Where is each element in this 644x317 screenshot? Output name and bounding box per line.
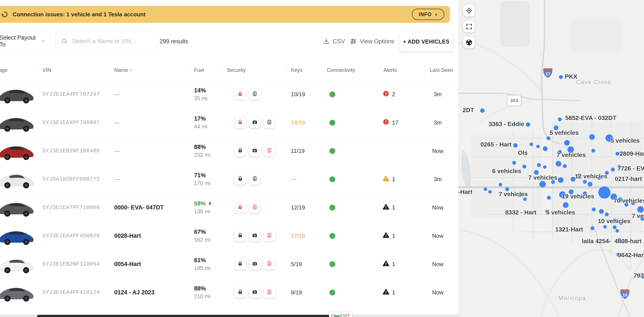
column-security[interactable]: Security	[227, 67, 246, 73]
lock-red-chip[interactable]	[234, 117, 246, 128]
vehicle-thumbnail[interactable]	[0, 278, 36, 306]
table-row[interactable]: 5YJSA1H28FF098772 — 71% 170 mi — 1 3m	[0, 165, 458, 193]
vehicle-location-dot[interactable]	[512, 161, 516, 165]
vehicle-location-dot[interactable]	[484, 187, 487, 191]
table-row[interactable]: 5YJ3E1EB2NF168486 — 88% 252 mi 11/19 Now	[0, 137, 458, 165]
map-cluster-label[interactable]: 7 vehicles	[632, 212, 644, 219]
keycard-dark-chip[interactable]	[249, 174, 260, 185]
locate-me-button[interactable]	[463, 5, 475, 17]
map-cluster-label[interactable]: 70 vehicles	[614, 197, 644, 204]
alerts-cell[interactable]: 1	[382, 165, 395, 193]
column-vin[interactable]: VIN	[42, 67, 51, 73]
vehicle-location-dot[interactable]	[583, 180, 587, 184]
vehicle-location-dot[interactable]	[513, 143, 518, 148]
vehicle-thumbnail[interactable]	[0, 108, 36, 137]
vehicle-location-dot[interactable]	[598, 186, 610, 199]
map-vehicle-label[interactable]: 3363 - Eddie	[489, 121, 524, 128]
vehicle-thumbnail[interactable]	[0, 222, 36, 250]
vehicle-thumbnail[interactable]	[0, 137, 36, 165]
camera-dark-chip[interactable]	[249, 145, 260, 157]
vehicle-location-dot[interactable]	[499, 183, 502, 186]
map-vehicle-label[interactable]: 2809-Hart	[620, 150, 644, 157]
map-vehicle-label[interactable]: 7930	[634, 272, 644, 279]
map-vehicle-label[interactable]: 9642-Hart	[618, 252, 644, 259]
column-fuel[interactable]: Fuel	[194, 67, 204, 73]
map-cluster-label[interactable]: 7 vehicles	[556, 152, 586, 159]
lock-dark-chip[interactable]	[234, 174, 246, 185]
column-name[interactable]: Name ↑	[114, 67, 132, 73]
keycard-red-chip[interactable]	[264, 145, 275, 157]
view-options-button[interactable]: View Options	[350, 31, 394, 52]
vehicle-name[interactable]: —	[114, 80, 120, 108]
map-vehicle-label[interactable]: 4808-hart	[614, 238, 642, 245]
add-vehicles-button[interactable]: + ADD VEHICLES	[400, 32, 452, 51]
map-vehicle-label[interactable]: 1321-Hart	[555, 226, 583, 233]
vehicle-location-dot[interactable]	[556, 161, 561, 167]
vehicle-thumbnail[interactable]	[0, 250, 36, 278]
map-cluster-label[interactable]: 5 vehicles	[550, 129, 579, 136]
alerts-cell[interactable]: 17	[382, 108, 398, 137]
vehicle-name[interactable]: —	[114, 108, 120, 137]
vehicle-name[interactable]: 0124 - AJ 2023	[114, 278, 154, 306]
vehicle-location-dot[interactable]	[537, 163, 541, 167]
map-cluster-label[interactable]: 19 vehicles	[562, 193, 594, 200]
vehicle-location-dot[interactable]	[543, 165, 546, 169]
vehicle-location-dot[interactable]	[603, 225, 607, 229]
vehicle-location-dot[interactable]	[605, 212, 609, 216]
lock-dark-chip[interactable]	[234, 230, 246, 241]
vehicle-location-dot[interactable]	[591, 149, 595, 153]
keycard-red-chip[interactable]	[264, 287, 275, 298]
vehicle-location-dot[interactable]	[523, 197, 527, 201]
map-panel[interactable]: PKXCave Creek2DT5852-EVA - 032DT3363 - E…	[458, 0, 644, 317]
keycard-red-chip[interactable]	[249, 202, 260, 213]
map-cluster-label[interactable]: 7 vehicles	[499, 191, 528, 198]
map-vehicle-label[interactable]: 0265 - Hart	[480, 141, 512, 148]
vehicle-vin[interactable]: 5YJSA1H28FF098772	[42, 165, 100, 193]
lock-dark-chip[interactable]	[234, 287, 246, 298]
table-row[interactable]: 5YJ3E1EAXPF450028 0028-Hart 67% 162 mi 1…	[0, 222, 458, 250]
map-vehicle-label[interactable]: 7726 - EV Acce	[618, 165, 644, 172]
lock-red-chip[interactable]	[234, 89, 246, 100]
map-vehicle-label[interactable]: 2DT	[462, 107, 474, 114]
map-vehicle-label[interactable]: 8332 - Hart	[505, 209, 536, 216]
vehicle-thumbnail[interactable]	[0, 80, 36, 108]
table-row[interactable]: 5YJ3E1EAXPF708807 — 17% 44 mi 14/19 17 3…	[0, 108, 458, 137]
map-cluster-label[interactable]: 5 vehicles	[546, 209, 575, 216]
vehicle-name[interactable]: 0054-Hart	[114, 250, 141, 278]
keycard-dark-chip[interactable]	[264, 117, 275, 128]
table-row[interactable]: 5YJ3E1EB2NF110054 0054-Hart 61% 185 mi 5…	[0, 250, 458, 278]
vehicle-vin[interactable]: 5YJ3E1EA4PF707247	[42, 80, 100, 108]
search-box[interactable]	[55, 31, 156, 51]
table-row[interactable]: 5YJ3E1EA7PF710000 0000- EVA- 047DT 59% 1…	[0, 193, 458, 222]
vehicle-vin[interactable]: 5YJ3E1EA7PF710000	[42, 193, 100, 222]
vehicle-vin[interactable]: 5YJ3E1EA4PF410124	[42, 278, 100, 306]
vehicle-location-dot[interactable]	[559, 75, 563, 79]
map-cluster-label[interactable]: 5 vehicles	[610, 137, 640, 144]
vehicle-location-dot[interactable]	[589, 134, 595, 140]
vehicle-name[interactable]: —	[114, 165, 120, 193]
vehicle-name[interactable]: —	[114, 137, 120, 165]
map-cluster-label[interactable]: 12 vehicles	[575, 173, 607, 180]
csv-export-button[interactable]: CSV	[323, 31, 345, 52]
column-alerts[interactable]: Alerts	[384, 67, 397, 73]
alerts-cell[interactable]: 2	[382, 80, 395, 108]
vehicle-name[interactable]: 0000- EVA- 047DT	[114, 193, 164, 222]
horizontal-scrollbar[interactable]	[37, 315, 336, 317]
camera-dark-chip[interactable]	[249, 258, 260, 270]
map-vehicle-label[interactable]: laila 4254-	[582, 238, 611, 245]
vehicle-location-dot[interactable]	[563, 164, 567, 168]
vehicle-location-dot[interactable]	[563, 202, 568, 208]
vehicle-vin[interactable]: 5YJ3E1EB2NF110054	[42, 250, 100, 278]
map-vehicle-label[interactable]: PKX	[565, 73, 578, 80]
vehicle-location-dot[interactable]	[558, 177, 564, 183]
map-cluster-label[interactable]: 10 vehicles	[598, 218, 630, 225]
vehicle-location-dot[interactable]	[616, 152, 620, 156]
vehicle-location-dot[interactable]	[522, 165, 526, 169]
vehicle-location-dot[interactable]	[613, 225, 616, 229]
vehicle-location-dot[interactable]	[588, 182, 592, 187]
vehicle-location-dot[interactable]	[530, 143, 533, 146]
vehicle-vin[interactable]: 5YJ3E1EAXPF450028	[42, 222, 100, 250]
column-connectivity[interactable]: Connectivity	[327, 67, 355, 73]
keycard-red-chip[interactable]	[264, 230, 275, 241]
camera-dark-chip[interactable]	[249, 287, 260, 298]
